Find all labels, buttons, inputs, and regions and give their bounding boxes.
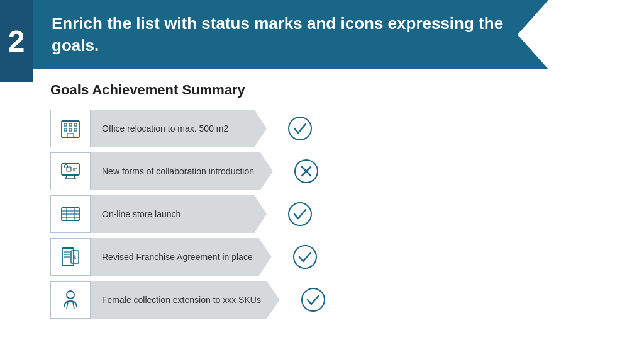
svg-line-36 bbox=[73, 302, 74, 309]
document-icon: $ bbox=[59, 246, 82, 268]
svg-point-26 bbox=[289, 203, 311, 225]
icon-box-store bbox=[50, 195, 91, 233]
goal-row-franchise: $ Revised Franchise Agreement in place bbox=[50, 238, 619, 276]
goal-row-office-relocation: Office relocation to max. 500 m2 bbox=[50, 110, 619, 147]
label-store: On-line store launch bbox=[91, 195, 267, 233]
svg-text:$: $ bbox=[73, 254, 76, 261]
label-franchise: Revised Franchise Agreement in place bbox=[91, 238, 272, 276]
svg-rect-3 bbox=[74, 123, 77, 126]
svg-rect-5 bbox=[69, 128, 72, 131]
status-check-office bbox=[284, 113, 316, 144]
goals-list: Office relocation to max. 500 m2 bbox=[50, 110, 619, 324]
goal-row-female-collection: Female collection extension to xxx SKUs bbox=[50, 281, 619, 319]
svg-rect-2 bbox=[69, 123, 72, 126]
label-collaboration: New forms of collaboration introduction bbox=[91, 152, 273, 190]
status-check-franchise bbox=[289, 241, 321, 273]
icon-box-document: $ bbox=[50, 238, 91, 276]
step-number-badge: 2 bbox=[0, 0, 33, 82]
checkmark-icon-2 bbox=[287, 201, 313, 227]
goal-row-collaboration: New forms of collaboration introduction bbox=[50, 152, 619, 190]
svg-rect-4 bbox=[64, 128, 67, 131]
icon-box-screen bbox=[50, 152, 91, 190]
svg-line-35 bbox=[67, 302, 68, 309]
header-title: Enrich the list with status marks and ic… bbox=[52, 13, 530, 57]
svg-rect-6 bbox=[74, 128, 77, 131]
svg-point-8 bbox=[289, 117, 311, 140]
svg-point-34 bbox=[67, 291, 74, 299]
cross-icon bbox=[293, 158, 319, 185]
building-icon bbox=[59, 117, 82, 140]
main-content: Goals Achievement Summary bbox=[50, 82, 619, 324]
checkmark-icon-4 bbox=[300, 287, 326, 313]
svg-rect-1 bbox=[64, 123, 67, 126]
step-number: 2 bbox=[8, 24, 25, 59]
label-office-relocation: Office relocation to max. 500 m2 bbox=[91, 110, 267, 147]
icon-box-building bbox=[50, 110, 91, 147]
goal-row-store: On-line store launch bbox=[50, 195, 619, 233]
status-check-store bbox=[284, 198, 316, 230]
label-female-collection: Female collection extension to xxx SKUs bbox=[91, 281, 280, 319]
status-check-female-collection bbox=[297, 284, 329, 316]
screen-icon bbox=[59, 160, 82, 183]
checkmark-icon bbox=[287, 115, 313, 142]
svg-point-33 bbox=[294, 246, 316, 268]
svg-point-37 bbox=[302, 288, 325, 311]
store-icon bbox=[59, 203, 82, 225]
icon-box-person bbox=[50, 281, 91, 319]
status-cross-collaboration bbox=[291, 156, 322, 187]
person-icon bbox=[59, 288, 82, 311]
checkmark-icon-3 bbox=[292, 244, 318, 270]
page: 2 Enrich the list with status marks and … bbox=[0, 0, 644, 347]
section-title: Goals Achievement Summary bbox=[50, 82, 619, 98]
header-banner: Enrich the list with status marks and ic… bbox=[33, 0, 548, 69]
svg-point-14 bbox=[65, 165, 68, 168]
